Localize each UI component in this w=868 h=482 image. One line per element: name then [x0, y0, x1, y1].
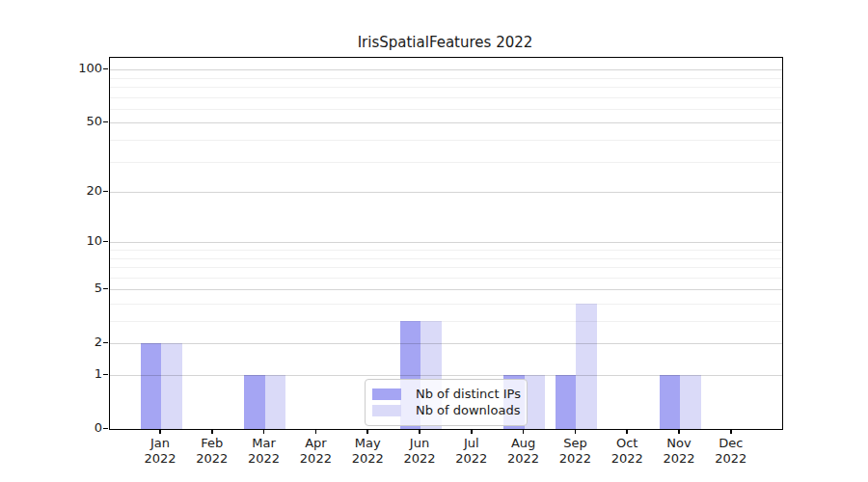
legend-item-downloads: Nb of downloads [372, 403, 519, 417]
x-tick-mark-mar [263, 429, 265, 434]
x-tick-mark-apr [315, 429, 317, 434]
gridline-major-100 [110, 69, 782, 70]
gridline-minor-80 [110, 87, 782, 88]
legend-swatch-distinct-ips [372, 388, 401, 400]
y-tick-label-10: 10 [0, 233, 102, 249]
plot-area: Nb of distinct IPs Nb of downloads [109, 57, 783, 430]
y-tick-label-2: 2 [0, 335, 102, 350]
x-tick-label-aug: Aug 2022 [495, 436, 553, 467]
y-tick-mark-50 [103, 121, 108, 123]
x-tick-mark-dec [730, 429, 732, 434]
y-tick-label-50: 50 [0, 114, 102, 129]
x-tick-label-apr: Apr 2022 [286, 436, 344, 467]
x-tick-label-jul: Jul 2022 [443, 436, 501, 467]
x-tick-label-sep: Sep 2022 [546, 436, 604, 467]
gridline-major-1 [110, 375, 782, 376]
y-tick-mark-2 [103, 342, 108, 344]
y-tick-label-20: 20 [0, 183, 102, 199]
gridline-minor-3 [110, 321, 782, 322]
gridline-minor-40 [110, 140, 782, 141]
bar-jan-downloads [161, 343, 182, 429]
bar-mar-distinct-ips [244, 375, 265, 429]
gridline-major-20 [110, 192, 782, 193]
x-tick-label-jun: Jun 2022 [391, 436, 448, 467]
bar-nov-distinct-ips [660, 375, 681, 429]
y-tick-label-1: 1 [0, 366, 102, 382]
x-tick-label-feb: Feb 2022 [183, 436, 241, 467]
x-tick-mark-jun [419, 429, 420, 434]
chart-title: IrisSpatialFeatures 2022 [109, 34, 781, 51]
gridline-minor-7 [110, 267, 782, 268]
gridline-major-50 [110, 122, 782, 123]
gridline-major-10 [110, 242, 782, 243]
x-tick-mark-nov [678, 429, 680, 434]
gridline-minor-60 [110, 109, 782, 110]
gridline-minor-8 [110, 258, 782, 259]
x-tick-label-jan: Jan 2022 [131, 436, 189, 467]
chart: IrisSpatialFeatures 2022 Nb of distinct … [0, 0, 868, 482]
bar-mar-downloads [265, 375, 286, 429]
x-tick-mark-sep [575, 429, 577, 434]
y-tick-label-0: 0 [0, 420, 102, 436]
y-tick-label-5: 5 [0, 281, 102, 296]
legend-label-distinct-ips: Nb of distinct IPs [416, 387, 521, 401]
y-tick-mark-10 [103, 241, 108, 243]
gridline-minor-6 [110, 278, 782, 279]
x-tick-mark-jul [471, 429, 473, 434]
gridline-minor-9 [110, 250, 782, 251]
x-tick-label-mar: Mar 2022 [235, 436, 293, 467]
legend-swatch-downloads [372, 405, 401, 416]
legend-label-downloads: Nb of downloads [416, 403, 520, 417]
x-tick-label-nov: Nov 2022 [650, 436, 708, 467]
x-tick-label-oct: Oct 2022 [598, 436, 656, 467]
x-tick-mark-oct [626, 429, 628, 434]
gridline-minor-90 [110, 78, 782, 79]
gridline-minor-4 [110, 304, 782, 305]
gridline-minor-30 [110, 162, 782, 163]
bar-sep-downloads [576, 304, 597, 429]
gridline-minor-70 [110, 97, 782, 98]
y-tick-label-100: 100 [0, 61, 102, 76]
bar-sep-distinct-ips [556, 375, 577, 429]
bar-nov-downloads [680, 375, 701, 429]
x-tick-mark-jan [159, 429, 161, 434]
y-tick-mark-20 [103, 191, 108, 193]
x-tick-label-may: May 2022 [339, 436, 396, 467]
gridline-major-5 [110, 289, 782, 290]
x-tick-mark-aug [523, 429, 525, 434]
bar-jan-distinct-ips [141, 343, 162, 429]
legend-item-distinct-ips: Nb of distinct IPs [372, 387, 519, 401]
y-tick-mark-5 [103, 288, 108, 290]
x-tick-mark-feb [211, 429, 213, 434]
gridline-major-2 [110, 343, 782, 344]
y-tick-mark-100 [103, 68, 108, 70]
x-tick-label-dec: Dec 2022 [702, 436, 760, 467]
x-tick-mark-may [366, 429, 368, 434]
legend: Nb of distinct IPs Nb of downloads [365, 379, 528, 426]
y-tick-mark-1 [103, 374, 108, 376]
y-tick-mark-0 [103, 428, 108, 430]
